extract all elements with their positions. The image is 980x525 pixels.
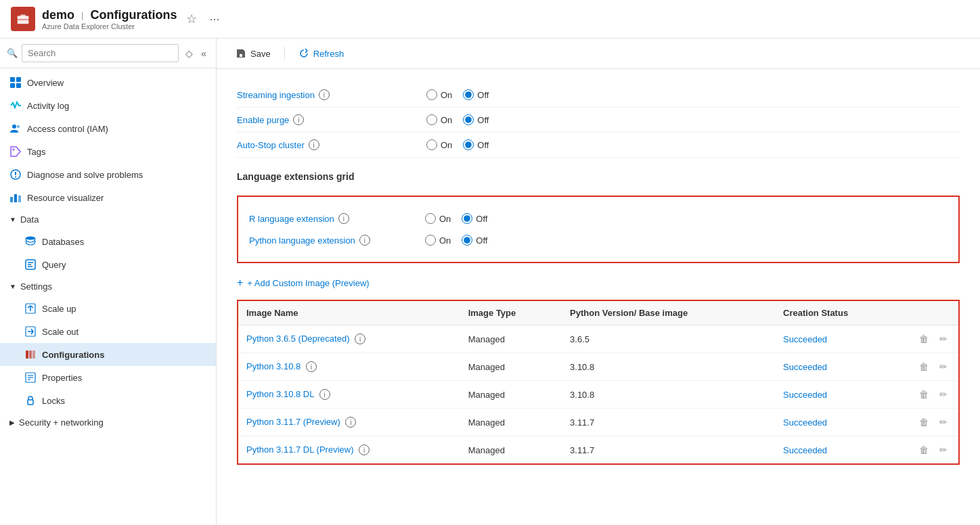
row-info-icon[interactable]: i (359, 444, 370, 455)
purge-on-radio[interactable] (426, 114, 437, 125)
python-language-off[interactable]: Off (462, 235, 487, 246)
enable-purge-on[interactable]: On (426, 114, 452, 125)
resource-icon (11, 7, 35, 31)
autostop-on-radio[interactable] (426, 139, 437, 150)
sidebar-item-overview[interactable]: Overview (0, 71, 216, 94)
sidebar-item-configurations[interactable]: Configurations (0, 343, 216, 366)
row-info-icon[interactable]: i (345, 417, 356, 428)
svg-point-17 (26, 237, 35, 240)
r-language-off[interactable]: Off (462, 213, 487, 224)
python-language-on[interactable]: On (425, 235, 451, 246)
row-info-icon[interactable]: i (306, 361, 317, 372)
sidebar-item-query[interactable]: Query (0, 253, 216, 276)
cell-python-version: 3.10.8 (562, 381, 775, 409)
streaming-ingestion-off[interactable]: Off (463, 89, 489, 100)
sidebar-group-security[interactable]: ▶ Security + networking (0, 412, 216, 433)
row-info-icon[interactable]: i (355, 334, 365, 344)
auto-stop-info[interactable]: i (309, 139, 319, 150)
search-icon: 🔍 (7, 48, 18, 58)
streaming-off-radio[interactable] (463, 89, 474, 100)
streaming-ingestion-label: Streaming ingestion i (237, 89, 426, 100)
edit-row-button[interactable]: ✏ (937, 388, 950, 401)
header-text: demo | Configurations Azure Data Explore… (42, 8, 177, 30)
auto-stop-on[interactable]: On (426, 139, 452, 150)
sidebar-search-area: 🔍 ◇ « (0, 39, 216, 68)
sidebar-item-label: Properties (42, 373, 82, 383)
config-body: Streaming ingestion i On Off (217, 69, 980, 525)
search-input[interactable] (22, 44, 179, 62)
briefcase-icon (16, 12, 30, 26)
favorite-button[interactable]: ☆ (183, 10, 200, 28)
sidebar-item-locks[interactable]: Locks (0, 389, 216, 412)
page-title: Configurations (90, 8, 177, 22)
add-custom-image-button[interactable]: + + Add Custom Image (Preview) (237, 274, 960, 292)
chevron-down-icon: ▼ (9, 283, 16, 290)
cell-creation-status: Succeeded (775, 436, 904, 464)
streaming-ingestion-info[interactable]: i (319, 89, 330, 100)
row-action-group: 🗑 ✏ (912, 415, 950, 429)
sidebar-item-resource-visualizer[interactable]: Resource visualizer (0, 186, 216, 209)
pylang-off-radio[interactable] (462, 235, 472, 246)
table-row: Python 3.10.8 DL i Managed 3.10.8 Succee… (238, 381, 958, 409)
cell-actions: 🗑 ✏ (904, 353, 958, 381)
enable-purge-info[interactable]: i (293, 114, 304, 125)
resource-subtitle: Azure Data Explorer Cluster (42, 22, 177, 30)
sidebar-item-scale-up[interactable]: Scale up (0, 297, 216, 320)
enable-purge-off[interactable]: Off (463, 114, 489, 125)
group-label: Security + networking (19, 417, 104, 428)
sidebar-item-access-control[interactable]: Access control (IAM) (0, 117, 216, 140)
cell-python-version: 3.10.8 (562, 353, 775, 381)
rlang-on-radio[interactable] (425, 213, 436, 224)
sidebar-item-scale-out[interactable]: Scale out (0, 320, 216, 343)
cell-image-name: Python 3.11.7 (Preview) i (238, 409, 460, 436)
table-row: Python 3.11.7 (Preview) i Managed 3.11.7… (238, 409, 958, 436)
svg-rect-1 (20, 15, 25, 18)
more-button[interactable]: ··· (206, 11, 222, 28)
sidebar-group-data[interactable]: ▼ Data (0, 209, 216, 230)
edit-row-button[interactable]: ✏ (937, 443, 950, 457)
r-language-info[interactable]: i (338, 213, 349, 224)
r-language-on[interactable]: On (425, 213, 451, 224)
group-label: Settings (20, 281, 52, 292)
sidebar-item-label: Scale up (42, 304, 76, 314)
delete-row-button[interactable]: 🗑 (916, 332, 931, 346)
save-button[interactable]: Save (230, 45, 276, 62)
group-label: Data (20, 214, 39, 225)
purge-off-radio[interactable] (463, 114, 474, 125)
sidebar-item-label: Resource visualizer (27, 193, 104, 203)
lang-ext-section-title: Language extensions grid (237, 171, 960, 187)
delete-row-button[interactable]: 🗑 (916, 415, 931, 429)
sidebar-item-diagnose[interactable]: Diagnose and solve problems (0, 163, 216, 186)
tags-icon (9, 145, 22, 158)
sidebar-item-properties[interactable]: Properties (0, 366, 216, 389)
edit-row-button[interactable]: ✏ (937, 415, 950, 429)
sidebar-item-activity-log[interactable]: Activity log (0, 94, 216, 117)
row-info-icon[interactable]: i (319, 389, 330, 400)
auto-stop-off[interactable]: Off (463, 139, 489, 150)
rlang-off-radio[interactable] (462, 213, 472, 224)
locks-icon (24, 394, 37, 407)
svg-point-13 (15, 177, 16, 178)
python-language-info[interactable]: i (359, 235, 370, 246)
refresh-button[interactable]: Refresh (293, 45, 350, 62)
delete-row-button[interactable]: 🗑 (916, 388, 931, 401)
autostop-off-radio[interactable] (463, 139, 474, 150)
delete-row-button[interactable]: 🗑 (916, 443, 931, 457)
iam-icon (9, 122, 22, 135)
scaleout-icon (24, 325, 37, 338)
config-icon (24, 348, 37, 361)
edit-row-button[interactable]: ✏ (937, 360, 950, 373)
delete-row-button[interactable]: 🗑 (916, 360, 931, 373)
cell-actions: 🗑 ✏ (904, 381, 958, 409)
cell-actions: 🗑 ✏ (904, 409, 958, 436)
pylang-on-radio[interactable] (425, 235, 436, 246)
sidebar-item-databases[interactable]: Databases (0, 230, 216, 253)
streaming-on-radio[interactable] (426, 89, 437, 100)
edit-row-button[interactable]: ✏ (937, 332, 950, 346)
sidebar-item-tags[interactable]: Tags (0, 140, 216, 163)
collapse-icon[interactable]: « (198, 47, 209, 60)
streaming-ingestion-on[interactable]: On (426, 89, 452, 100)
sidebar-group-settings[interactable]: ▼ Settings (0, 276, 216, 297)
table-row: Python 3.6.5 (Deprecated) i Managed 3.6.… (238, 325, 958, 353)
expand-icon[interactable]: ◇ (183, 47, 196, 60)
